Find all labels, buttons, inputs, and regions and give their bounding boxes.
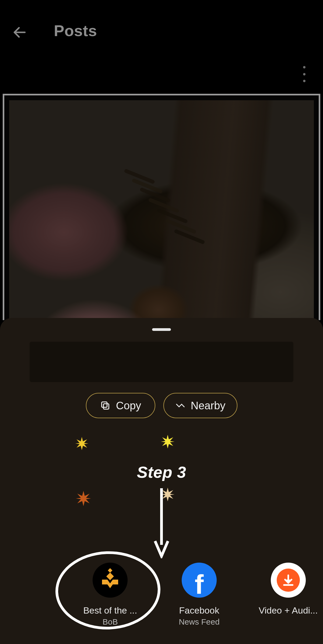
share-target-facebook[interactable]: f Facebook News Feed	[164, 563, 234, 626]
app-header: Posts	[0, 0, 323, 57]
nearby-share-icon	[175, 400, 185, 411]
share-action-row: Copy Nearby	[0, 393, 323, 418]
annotation-step-label: Step 3	[0, 463, 323, 482]
back-button[interactable]	[10, 23, 29, 42]
annotation-arrow-down-icon	[153, 488, 170, 558]
copy-icon	[100, 400, 111, 411]
nearby-label: Nearby	[191, 400, 226, 412]
svg-rect-9	[106, 573, 114, 580]
download-app-icon	[271, 563, 306, 598]
sparkle-icon	[75, 490, 92, 507]
svg-rect-8	[108, 568, 113, 573]
share-target-subtitle: BoB	[103, 617, 118, 626]
svg-marker-10	[102, 580, 118, 588]
svg-marker-5	[76, 491, 91, 506]
share-target-title: Video + Audi...	[259, 605, 318, 616]
sparkle-icon	[160, 434, 175, 449]
phone-screen: Posts Copy N	[0, 0, 323, 644]
share-sheet[interactable]: Copy Nearby Step 3	[0, 318, 323, 644]
copy-button[interactable]: Copy	[86, 393, 155, 418]
drag-handle[interactable]	[152, 328, 171, 331]
svg-marker-3	[75, 437, 89, 450]
arrow-left-icon	[12, 25, 27, 40]
more-vert-icon	[303, 66, 306, 68]
share-preview-area	[30, 342, 293, 382]
page-title: Posts	[54, 22, 97, 40]
share-target-subtitle: News Feed	[179, 617, 220, 626]
nearby-share-button[interactable]: Nearby	[163, 393, 237, 418]
copy-label: Copy	[116, 400, 141, 412]
share-target-title: Best of the ...	[83, 605, 137, 616]
share-target-video-downloader[interactable]: Video + Audi...	[253, 563, 323, 617]
facebook-icon: f	[182, 563, 217, 598]
svg-rect-2	[101, 402, 107, 407]
svg-marker-4	[161, 435, 175, 449]
svg-rect-1	[103, 404, 109, 409]
share-target-bob[interactable]: Best of the ... BoB	[75, 563, 145, 626]
more-options-button[interactable]	[299, 66, 310, 82]
bob-app-icon	[93, 563, 128, 598]
share-targets-row: Best of the ... BoB f Facebook News Feed	[0, 563, 323, 626]
sparkle-icon	[75, 437, 89, 451]
share-target-title: Facebook	[179, 605, 219, 616]
